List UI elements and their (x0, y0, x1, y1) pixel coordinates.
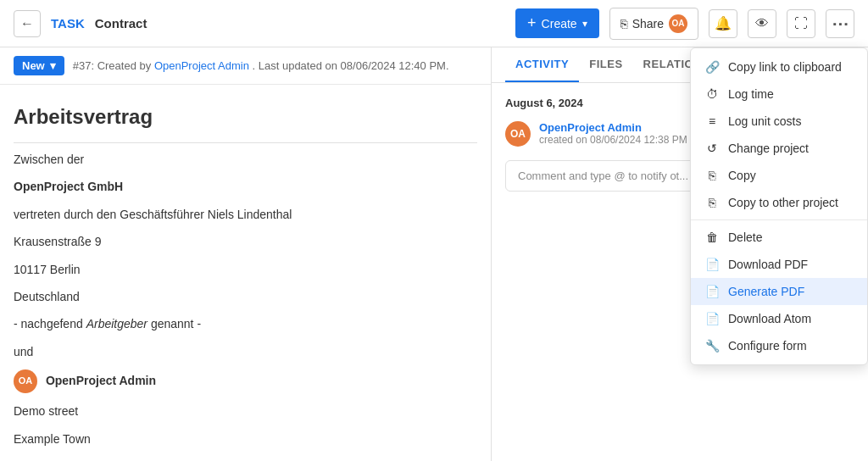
chevron-down-icon: ▾ (582, 18, 587, 30)
more-button[interactable]: ⋯ (826, 9, 854, 38)
menu-item-download-atom[interactable]: 📄Download Atom (691, 305, 867, 332)
bell-icon: 🔔 (715, 15, 732, 31)
menu-item-label-generate-pdf: Generate PDF (728, 285, 804, 298)
watch-button[interactable]: 🔔 (709, 9, 737, 38)
doc-note: - nachgefend Arbeitgeber genannt - (14, 314, 477, 333)
create-button[interactable]: + Create ▾ (515, 8, 599, 38)
back-icon: ← (20, 16, 34, 31)
status-bar: New ▾ #37: Created by OpenProject Admin … (0, 47, 491, 85)
generate-pdf-icon: 📄 (704, 285, 720, 298)
left-panel: New ▾ #37: Created by OpenProject Admin … (0, 47, 492, 461)
share-icon: ⎘ (620, 17, 627, 31)
change-project-icon: ↺ (704, 142, 720, 155)
activity-avatar: OA (505, 121, 531, 147)
right-panel: ACTIVITY FILES RELATIONS WA... 1 August … (492, 47, 868, 461)
back-button[interactable]: ← (14, 10, 41, 37)
admin-name: OpenProject Admin (46, 374, 156, 387)
menu-item-label-change-project: Change project (728, 142, 809, 155)
log-unit-icon: ≡ (704, 114, 720, 128)
menu-item-change-project[interactable]: ↺Change project (691, 135, 867, 162)
menu-item-copy[interactable]: ⎘Copy (691, 162, 867, 189)
download-atom-icon: 📄 (704, 312, 720, 325)
fullscreen-button[interactable]: ⛶ (787, 9, 815, 38)
share-label: Share (632, 17, 664, 31)
task-label: TASK (51, 16, 85, 31)
status-meta: #37: Created by OpenProject Admin . Last… (73, 59, 449, 72)
copy-other-icon: ⎘ (704, 196, 720, 209)
tab-activity[interactable]: ACTIVITY (505, 47, 579, 82)
topbar: ← TASK Contract + Create ▾ ⎘ Share OA 🔔 … (0, 0, 868, 47)
menu-item-log-unit[interactable]: ≡Log unit costs (691, 108, 867, 135)
task-title: Contract (95, 16, 147, 31)
copy-icon: ⎘ (704, 169, 720, 182)
document-content: Arbeitsvertrag Zwischen der OpenProject … (0, 85, 491, 461)
main-layout: New ▾ #37: Created by OpenProject Admin … (0, 47, 868, 461)
create-label: Create (542, 17, 577, 31)
download-pdf-icon: 📄 (704, 258, 720, 271)
doc-street: Krausenstraße 9 (14, 232, 477, 251)
doc-admin-row: OA OpenProject Admin (14, 369, 477, 393)
status-badge[interactable]: New ▾ (14, 56, 64, 75)
menu-item-label-download-atom: Download Atom (728, 312, 811, 325)
doc-city: 10117 Berlin (14, 260, 477, 279)
doc-para-between: Zwischen der (14, 150, 477, 169)
menu-item-copy-other[interactable]: ⎘Copy to other project (691, 189, 867, 216)
preview-button[interactable]: 👁 (748, 9, 776, 38)
copy-link-icon: 🔗 (704, 60, 720, 74)
menu-item-label-log-time: Log time (728, 87, 774, 101)
menu-divider (691, 219, 867, 220)
doc-rep: vertreten durch den Geschäftsführer Niel… (14, 205, 477, 224)
share-button[interactable]: ⎘ Share OA (609, 8, 698, 40)
share-avatar: OA (669, 14, 687, 33)
author-link[interactable]: OpenProject Admin (154, 59, 249, 72)
more-icon: ⋯ (832, 14, 849, 34)
admin-avatar: OA (14, 369, 37, 393)
fullscreen-icon: ⛶ (794, 16, 808, 31)
dropdown-menu: 🔗Copy link to clipboard⏱Log time≡Log uni… (690, 47, 868, 365)
doc-separator (14, 142, 477, 143)
menu-item-generate-pdf[interactable]: 📄Generate PDF (691, 278, 867, 305)
activity-info: OpenProject Admin created on 08/06/2024 … (539, 121, 687, 147)
activity-time: created on 08/06/2024 12:38 PM (539, 134, 687, 146)
menu-item-download-pdf[interactable]: 📄Download PDF (691, 251, 867, 278)
doc-addr1: Demo street (14, 402, 477, 420)
log-time-icon: ⏱ (704, 87, 720, 101)
menu-item-delete[interactable]: 🗑Delete (691, 224, 867, 251)
plus-icon: + (527, 14, 537, 32)
status-label: New (22, 59, 45, 72)
doc-addr3: Case Country (14, 457, 477, 461)
menu-item-label-delete: Delete (728, 230, 762, 244)
status-chevron-icon: ▾ (50, 59, 56, 72)
doc-country: Deutschland (14, 287, 477, 306)
menu-item-label-copy-other: Copy to other project (728, 196, 838, 209)
doc-addr2: Example Town (14, 430, 477, 448)
menu-item-copy-link[interactable]: 🔗Copy link to clipboard (691, 53, 867, 81)
menu-item-label-copy: Copy (728, 169, 756, 182)
eye-icon: 👁 (755, 16, 769, 31)
menu-item-label-download-pdf: Download PDF (728, 258, 808, 271)
doc-title: Arbeitsvertrag (14, 105, 477, 129)
doc-und: und (14, 342, 477, 361)
menu-item-log-time[interactable]: ⏱Log time (691, 81, 867, 108)
configure-form-icon: 🔧 (704, 339, 720, 353)
menu-item-label-log-unit: Log unit costs (728, 114, 801, 128)
doc-company: OpenProject GmbH (14, 177, 477, 196)
menu-item-label-configure-form: Configure form (728, 339, 807, 353)
delete-icon: 🗑 (704, 230, 720, 244)
activity-author: OpenProject Admin (539, 121, 687, 134)
tab-files[interactable]: FILES (579, 47, 632, 82)
menu-item-label-copy-link: Copy link to clipboard (728, 60, 842, 74)
menu-item-configure-form[interactable]: 🔧Configure form (691, 332, 867, 359)
